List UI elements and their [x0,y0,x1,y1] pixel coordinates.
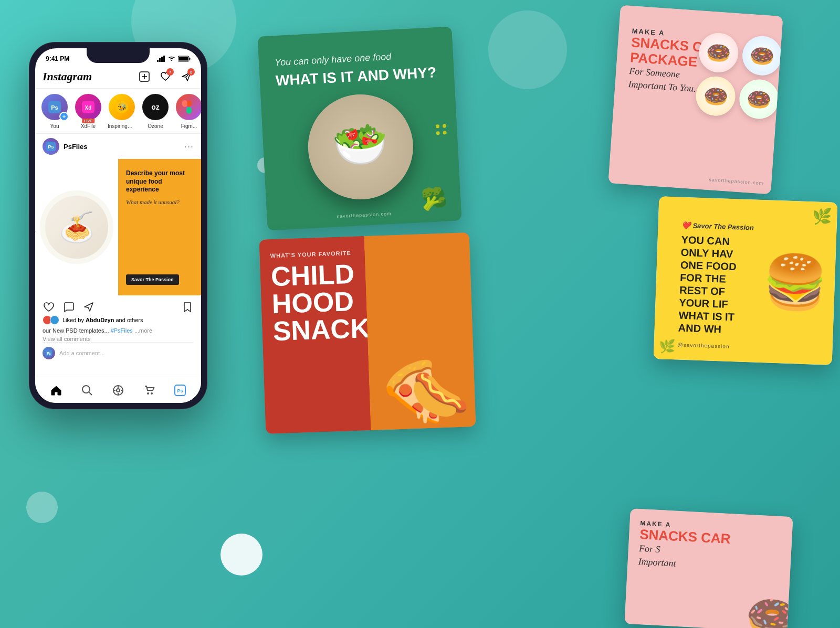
story-item-you[interactable]: Ps + You [40,93,69,129]
nav-profile[interactable]: Ps [170,380,191,401]
like-button[interactable] [43,301,55,313]
liked-others: and others [116,317,143,323]
battery-icon [178,56,191,62]
svg-text:Ps: Ps [47,352,51,355]
view-comments[interactable]: View all comments [43,336,194,342]
post-username: PsFiles [64,143,88,151]
hotdog-display: 🌭 [410,366,470,423]
shop-icon [143,384,155,397]
comment-button[interactable] [62,301,75,313]
nav-search[interactable] [77,380,98,401]
bottom-nav: Ps [35,377,201,403]
nav-reels[interactable] [108,380,129,401]
nav-shop[interactable] [139,380,160,401]
psfiles-logo-icon: Ps [47,100,62,114]
caption-text: our New PSD templates... [43,327,109,334]
card-orange-right: 🍕 🌭 [364,232,476,430]
story-item-inspiring[interactable]: 🐝 InspiringBee [108,93,136,129]
messages-button[interactable]: 2 [179,69,194,84]
card-pink-2-content: MAKE A SNACKS CAR For S Important 🍩 [624,508,793,628]
phone-notch [87,48,150,63]
add-comment-area: Ps Add a comment... [43,342,194,361]
post-image: savorthepassion.com 🍝 Describe your most… [35,159,201,295]
story-avatar-inspiring: 🐝 [108,93,136,121]
story-item-ozone[interactable]: oz Ozone [141,93,170,129]
wifi-icon [167,56,176,62]
post-cta-button[interactable]: Savor The Passion [126,274,179,285]
story-avatar-ozone: oz [141,93,170,121]
post-more-btn[interactable]: ··· [184,141,194,152]
status-time: 9:41 PM [46,55,69,62]
svg-rect-1 [159,58,161,62]
svg-text:Ps: Ps [177,388,183,393]
story-item-figma[interactable]: Figm... [175,93,201,129]
svg-point-34 [147,392,149,395]
card-yellow-burger: ❤️ Savor The Passion YOU CAN ONLY HAV ON… [654,196,838,365]
broccoli-decoration: 🥦 [421,186,448,212]
card-red-content: WHAT'S YOUR FAVORITE CHILD HOOD SNACK? 🍕… [259,232,476,434]
liked-by-label: Liked by [62,317,84,323]
search-nav-icon [81,384,93,397]
nav-home[interactable] [46,380,67,401]
post-quote-text: Describe your most unique food experienc… [126,169,193,194]
signal-icon [157,56,165,62]
comment-placeholder[interactable]: Add a comment... [59,350,194,356]
inspiringbee-logo-icon: 🐝 [114,100,129,114]
status-icons [157,56,191,62]
save-button[interactable] [181,301,194,313]
card-small-text: WHAT'S YOUR FAVORITE [270,250,354,259]
story-item-xdfile[interactable]: Xd LIVE XdFile [74,93,102,129]
svg-rect-20 [186,107,192,114]
post-user-info: Ps PsFiles [43,138,88,155]
likes-button[interactable]: 7 [158,69,173,84]
caption-hashtag[interactable]: #PsFiles [111,327,133,334]
card-pink-content: MAKE A SNACKS CARE PACKAGE For Someone I… [608,5,783,195]
food-bowl-display: 🥗 [306,92,416,202]
post-image-right: Describe your most unique food experienc… [118,159,201,295]
instagram-header: Instagram 7 [35,67,201,89]
card-yellow-text: ❤️ Savor The Passion YOU CAN ONLY HAV ON… [667,210,755,349]
yellow-dots [436,124,447,135]
likes-badge: 7 [166,68,174,76]
partial-donut: 🍩 [744,591,793,628]
share-button[interactable] [82,301,95,313]
bookmark-icon [182,301,193,313]
story-label-figma: Figm... [181,123,197,129]
home-icon [50,384,62,397]
xdfile-logo-icon: Xd [81,100,96,114]
story-label-ozone: Ozone [148,123,163,129]
story-avatar-figma [175,93,201,121]
story-label-xdfile: XdFile [81,123,96,129]
card-yellow-content: ❤️ Savor The Passion YOU CAN ONLY HAV ON… [654,196,838,365]
card-big-text: CHILD HOOD SNACK? [270,260,357,345]
like-icon [43,301,55,313]
reels-icon [112,384,124,397]
add-post-button[interactable] [137,69,152,84]
card-green-url: savorthepassion.com [337,211,391,219]
post-caption: our New PSD templates... #PsFiles ...mor… [43,327,194,335]
post-actions [43,295,194,315]
svg-point-35 [151,392,153,395]
svg-rect-2 [161,57,163,62]
svg-point-26 [82,386,90,393]
svg-point-29 [117,389,120,392]
svg-text:🐝: 🐝 [118,103,127,112]
svg-text:Xd: Xd [85,105,92,111]
svg-rect-6 [190,58,191,60]
bg-decoration-4 [26,492,58,523]
header-icons: 7 2 [137,69,194,84]
live-badge: LIVE [82,119,94,123]
psfiles-post-logo-icon: Ps [46,141,56,152]
card-green-food: You can only have one food WHAT IS IT AN… [258,27,462,231]
post-action-left [43,301,95,313]
phone-screen: 9:41 PM [35,48,201,403]
svg-rect-5 [179,57,188,61]
caption-more[interactable]: ...more [134,327,152,334]
card-social-handle: @savorthepassion [677,342,751,350]
add-icon [139,71,150,82]
comment-icon [63,301,75,313]
add-story-btn[interactable]: + [59,112,69,121]
donuts-display: 🍩 🍩 🍩 🍩 [695,31,783,120]
card-brand-name: ❤️ Savor The Passion [681,221,755,232]
story-avatar-xdfile: Xd LIVE [74,93,102,121]
